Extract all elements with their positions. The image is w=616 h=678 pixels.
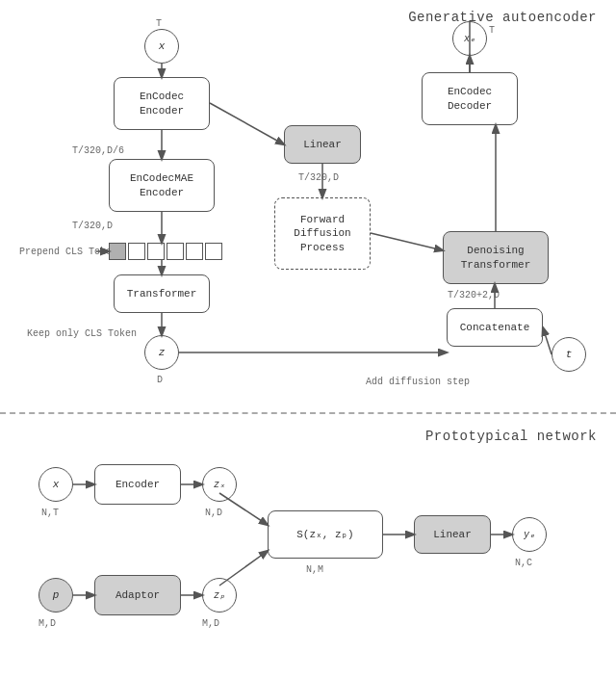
z-circle: z bbox=[144, 335, 179, 370]
nt-label: N,T bbox=[41, 507, 59, 519]
forward-diffusion-box: Forward Diffusion Process bbox=[274, 197, 371, 270]
token-5 bbox=[205, 243, 222, 260]
keep-cls-label: Keep only CLS Token bbox=[27, 327, 137, 340]
svg-line-13 bbox=[543, 327, 552, 354]
nm-label: N,M bbox=[306, 563, 323, 576]
denoising-transformer-box: Denoising Transformer bbox=[443, 231, 549, 284]
token-3 bbox=[167, 243, 184, 260]
t-label2: T bbox=[489, 24, 495, 37]
d-label: D bbox=[157, 374, 163, 386]
adaptor-box: Adaptor bbox=[94, 575, 181, 615]
bottom-title: Prototypical network bbox=[425, 429, 597, 444]
encoder-box: Encoder bbox=[94, 464, 181, 505]
nd-label: N,D bbox=[205, 507, 222, 519]
encodec-decoder-box: EnCodec Decoder bbox=[422, 72, 518, 125]
top-section: Generative autoencoder x T EnCodec Encod… bbox=[0, 0, 616, 414]
x-input-circle: x bbox=[144, 29, 179, 64]
t-circle: t bbox=[552, 337, 586, 372]
nc-label: N,C bbox=[515, 557, 532, 569]
prepend-cls-label: Prepend CLS Token bbox=[19, 246, 117, 258]
x-circle-bottom: x bbox=[38, 467, 73, 502]
svg-line-2 bbox=[210, 103, 284, 144]
token-row bbox=[109, 243, 222, 260]
p-circle: p bbox=[38, 578, 73, 613]
zx-circle: zₓ bbox=[202, 467, 237, 502]
encodecmae-encoder-box: EnCodecMAE Encoder bbox=[109, 159, 215, 212]
token-1 bbox=[128, 243, 145, 260]
diagram-container: Generative autoencoder x T EnCodec Encod… bbox=[0, 0, 616, 678]
t320-d6-label: T/320,D/6 bbox=[72, 144, 124, 157]
md-label2: M,D bbox=[202, 617, 219, 630]
md-label1: M,D bbox=[38, 617, 56, 630]
encodec-encoder-box: EnCodec Encoder bbox=[114, 77, 210, 130]
transformer-box: Transformer bbox=[114, 274, 210, 313]
ye-circle: yₑ bbox=[512, 517, 547, 552]
xe-input-circle: xₑ bbox=[452, 21, 487, 56]
linear-box-bottom: Linear bbox=[414, 515, 491, 554]
svg-line-8 bbox=[371, 233, 443, 250]
similarity-box: S(zₓ, zₚ) bbox=[268, 510, 383, 559]
t320-d2-label: T/320,D bbox=[298, 171, 339, 184]
bottom-section: Prototypical network x N,T Encoder zₓ N,… bbox=[0, 414, 616, 678]
linear-box-top: Linear bbox=[284, 125, 361, 164]
add-diffusion-label: Add diffusion step bbox=[366, 376, 470, 388]
t320-d-label: T/320,D bbox=[72, 220, 113, 232]
zp-circle: zₚ bbox=[202, 578, 237, 613]
token-4 bbox=[186, 243, 203, 260]
t-label-top: T bbox=[156, 17, 162, 30]
t320-2-d-label: T/320+2,D bbox=[448, 289, 500, 301]
concatenate-box: Concatenate bbox=[447, 308, 543, 347]
top-title: Generative autoencoder bbox=[408, 10, 597, 25]
cls-token bbox=[109, 243, 126, 260]
token-2 bbox=[147, 243, 165, 260]
